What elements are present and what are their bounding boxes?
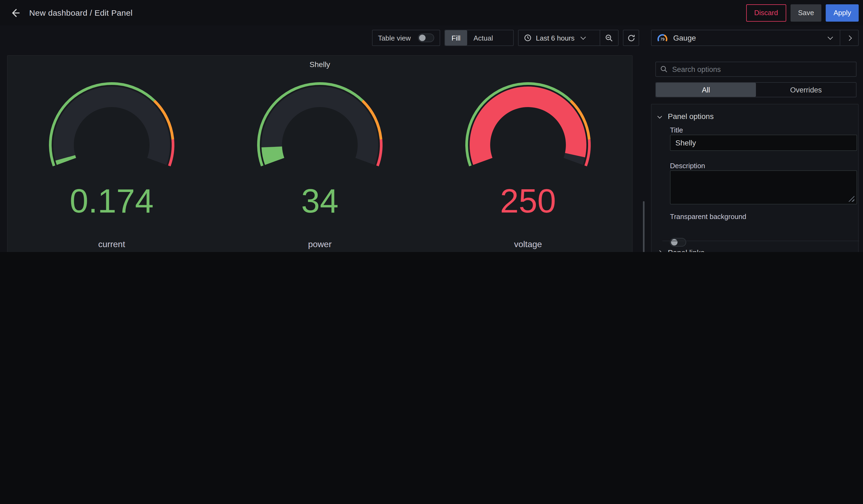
title-input[interactable]: Shelly — [670, 135, 857, 151]
time-range-group: Last 6 hours — [518, 30, 618, 46]
zoom-out-button[interactable] — [600, 30, 618, 46]
time-range-picker[interactable]: Last 6 hours — [518, 30, 600, 46]
gauge-label: current — [8, 240, 216, 249]
chevron-right-icon — [847, 35, 852, 40]
panel-options-header[interactable]: Panel options — [652, 104, 858, 121]
toggle-viz-pane-button[interactable] — [840, 30, 858, 46]
description-textarea[interactable] — [670, 171, 857, 204]
gauge-value: 0.174 — [8, 185, 216, 218]
gauge: 34power — [216, 56, 424, 252]
save-button[interactable]: Save — [790, 4, 822, 21]
all-overrides-tabs: All Overrides — [655, 82, 856, 97]
gauge: 250voltage — [424, 56, 632, 252]
panel-options-section: Panel options Title Shelly Description T… — [651, 104, 859, 252]
transparent-bg-label: Transparent background — [670, 213, 746, 220]
visualization-picker[interactable]: 79 Gauge — [651, 30, 859, 46]
gauge-arc — [216, 56, 424, 252]
table-view-switch[interactable] — [418, 34, 434, 42]
gauge-arc — [424, 56, 632, 252]
top-header: New dashboard / Edit Panel Discard Save … — [0, 0, 863, 25]
back-arrow-icon — [10, 7, 22, 18]
scrollbar-thumb[interactable] — [643, 201, 645, 252]
chevron-down-icon — [828, 34, 833, 40]
gauge: 0.174current — [8, 56, 216, 252]
title-value: Shelly — [675, 138, 696, 147]
description-label: Description — [670, 162, 705, 170]
gauge-value: 250 — [424, 185, 632, 218]
title-label: Title — [670, 126, 683, 134]
gauges-container: 0.174current34power250voltage — [8, 56, 632, 252]
gauge-label: power — [216, 240, 424, 249]
fill-option[interactable]: Fill — [445, 30, 467, 46]
panel-options-title: Panel options — [668, 112, 714, 121]
gauge-panel[interactable]: Shelly 0.174current34power250voltage — [7, 55, 633, 252]
actual-option[interactable]: Actual — [467, 30, 499, 46]
tab-overrides[interactable]: Overrides — [756, 83, 856, 97]
time-range-label: Last 6 hours — [536, 34, 575, 42]
gauge-label: voltage — [424, 240, 632, 249]
table-view-toggle-group: Table view — [372, 30, 440, 46]
table-view-label: Table view — [378, 34, 411, 42]
refresh-icon — [627, 34, 635, 42]
chevron-down-icon — [658, 114, 662, 119]
gauge-value: 34 — [216, 185, 424, 218]
page-title: New dashboard / Edit Panel — [29, 8, 133, 17]
back-button[interactable] — [10, 7, 22, 18]
gauge-arc — [8, 56, 216, 252]
clock-icon — [524, 34, 531, 42]
zoom-out-icon — [605, 34, 613, 42]
tab-all[interactable]: All — [656, 83, 756, 97]
search-options-input[interactable]: Search options — [655, 62, 856, 77]
search-icon — [660, 65, 668, 73]
fill-actual-segmented: Fill Actual — [445, 30, 514, 46]
chevron-down-icon — [580, 34, 586, 40]
search-placeholder: Search options — [672, 65, 721, 73]
transparent-bg-switch[interactable] — [670, 238, 686, 247]
discard-button[interactable]: Discard — [746, 4, 786, 21]
viz-name: Gauge — [673, 34, 828, 42]
panel-links-title: Panel links — [668, 248, 704, 252]
apply-button[interactable]: Apply — [826, 4, 859, 21]
chevron-right-icon — [658, 250, 662, 252]
gauge-viz-icon: 79 — [656, 34, 668, 42]
refresh-button[interactable] — [623, 30, 639, 46]
grafana-edit-panel: New dashboard / Edit Panel Discard Save … — [0, 0, 863, 252]
textarea-resize-handle[interactable] — [848, 196, 854, 202]
svg-text:79: 79 — [660, 37, 665, 41]
panel-links-header[interactable]: Panel links — [658, 248, 704, 252]
